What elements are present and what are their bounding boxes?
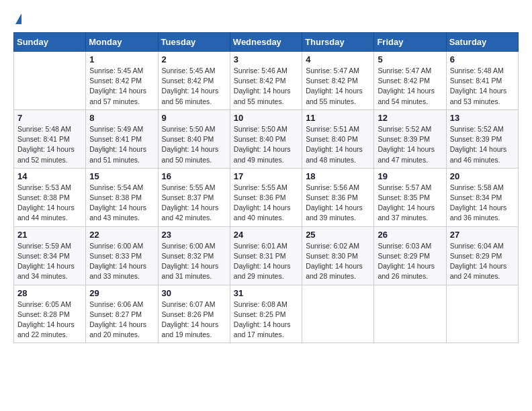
- day-number: 6: [450, 54, 515, 64]
- day-number: 11: [306, 113, 370, 123]
- day-detail: Sunrise: 5:50 AMSunset: 8:40 PMDaylight:…: [162, 124, 226, 165]
- day-detail: Sunrise: 6:05 AMSunset: 8:28 PMDaylight:…: [17, 300, 82, 340]
- calendar-cell: [446, 285, 518, 343]
- day-detail: Sunrise: 6:07 AMSunset: 8:26 PMDaylight:…: [162, 300, 226, 340]
- day-number: 9: [162, 113, 226, 123]
- day-number: 27: [450, 230, 515, 240]
- day-detail: Sunrise: 5:56 AMSunset: 8:36 PMDaylight:…: [306, 183, 370, 224]
- calendar-cell: 19Sunrise: 5:57 AMSunset: 8:35 PMDayligh…: [374, 168, 446, 226]
- calendar-cell: 24Sunrise: 6:01 AMSunset: 8:31 PMDayligh…: [230, 226, 302, 285]
- logo: [13, 13, 21, 26]
- day-detail: Sunrise: 6:01 AMSunset: 8:31 PMDaylight:…: [234, 241, 298, 282]
- calendar-cell: 6Sunrise: 5:48 AMSunset: 8:41 PMDaylight…: [446, 52, 518, 110]
- calendar-cell: 12Sunrise: 5:52 AMSunset: 8:39 PMDayligh…: [374, 109, 446, 168]
- day-detail: Sunrise: 5:54 AMSunset: 8:38 PMDaylight:…: [89, 183, 154, 224]
- day-number: 16: [162, 171, 226, 181]
- weekday-header-friday: Friday: [374, 33, 446, 52]
- day-detail: Sunrise: 5:50 AMSunset: 8:40 PMDaylight:…: [234, 124, 298, 165]
- day-number: 31: [234, 288, 298, 298]
- day-detail: Sunrise: 5:51 AMSunset: 8:40 PMDaylight:…: [306, 124, 370, 165]
- day-detail: Sunrise: 6:02 AMSunset: 8:30 PMDaylight:…: [306, 241, 370, 282]
- weekday-header-wednesday: Wednesday: [230, 33, 302, 52]
- day-detail: Sunrise: 6:08 AMSunset: 8:25 PMDaylight:…: [234, 300, 298, 340]
- day-number: 12: [378, 113, 442, 123]
- day-detail: Sunrise: 6:06 AMSunset: 8:27 PMDaylight:…: [89, 300, 154, 340]
- day-detail: Sunrise: 6:00 AMSunset: 8:32 PMDaylight:…: [162, 241, 226, 282]
- calendar-cell: 1Sunrise: 5:45 AMSunset: 8:42 PMDaylight…: [86, 52, 158, 110]
- calendar-cell: 4Sunrise: 5:47 AMSunset: 8:42 PMDaylight…: [302, 52, 374, 110]
- calendar-header-row: SundayMondayTuesdayWednesdayThursdayFrid…: [14, 33, 519, 52]
- calendar-cell: 25Sunrise: 6:02 AMSunset: 8:30 PMDayligh…: [302, 226, 374, 285]
- weekday-header-saturday: Saturday: [446, 33, 518, 52]
- day-number: 13: [450, 113, 515, 123]
- weekday-header-sunday: Sunday: [14, 33, 86, 52]
- calendar-cell: 17Sunrise: 5:55 AMSunset: 8:36 PMDayligh…: [230, 168, 302, 226]
- calendar-cell: 3Sunrise: 5:46 AMSunset: 8:42 PMDaylight…: [230, 52, 302, 110]
- calendar-cell: [14, 52, 86, 110]
- day-number: 8: [89, 113, 154, 123]
- calendar-cell: 29Sunrise: 6:06 AMSunset: 8:27 PMDayligh…: [86, 285, 158, 343]
- header: [13, 13, 519, 26]
- day-number: 26: [378, 230, 442, 240]
- day-number: 25: [306, 230, 370, 240]
- day-number: 23: [162, 230, 226, 240]
- day-number: 19: [378, 171, 442, 181]
- calendar-cell: 7Sunrise: 5:48 AMSunset: 8:41 PMDaylight…: [14, 109, 86, 168]
- day-number: 4: [306, 54, 370, 64]
- calendar-cell: 18Sunrise: 5:56 AMSunset: 8:36 PMDayligh…: [302, 168, 374, 226]
- day-number: 29: [89, 288, 154, 298]
- day-detail: Sunrise: 5:55 AMSunset: 8:37 PMDaylight:…: [162, 183, 226, 224]
- day-detail: Sunrise: 5:52 AMSunset: 8:39 PMDaylight:…: [378, 124, 442, 165]
- calendar-cell: 28Sunrise: 6:05 AMSunset: 8:28 PMDayligh…: [14, 285, 86, 343]
- day-detail: Sunrise: 6:00 AMSunset: 8:33 PMDaylight:…: [89, 241, 154, 282]
- day-number: 24: [234, 230, 298, 240]
- day-number: 28: [17, 288, 82, 298]
- day-number: 30: [162, 288, 226, 298]
- calendar-table: SundayMondayTuesdayWednesdayThursdayFrid…: [13, 32, 519, 343]
- day-detail: Sunrise: 5:46 AMSunset: 8:42 PMDaylight:…: [234, 66, 298, 107]
- calendar-cell: 2Sunrise: 5:45 AMSunset: 8:42 PMDaylight…: [158, 52, 230, 110]
- calendar-cell: 16Sunrise: 5:55 AMSunset: 8:37 PMDayligh…: [158, 168, 230, 226]
- day-number: 17: [234, 171, 298, 181]
- calendar-week-row: 21Sunrise: 5:59 AMSunset: 8:34 PMDayligh…: [14, 226, 519, 285]
- calendar-cell: 22Sunrise: 6:00 AMSunset: 8:33 PMDayligh…: [86, 226, 158, 285]
- day-number: 10: [234, 113, 298, 123]
- day-number: 15: [89, 171, 154, 181]
- calendar-cell: 20Sunrise: 5:58 AMSunset: 8:34 PMDayligh…: [446, 168, 518, 226]
- calendar-cell: 13Sunrise: 5:52 AMSunset: 8:39 PMDayligh…: [446, 109, 518, 168]
- day-number: 2: [162, 54, 226, 64]
- day-detail: Sunrise: 5:47 AMSunset: 8:42 PMDaylight:…: [378, 66, 442, 107]
- calendar-cell: 27Sunrise: 6:04 AMSunset: 8:29 PMDayligh…: [446, 226, 518, 285]
- day-number: 20: [450, 171, 515, 181]
- calendar-week-row: 7Sunrise: 5:48 AMSunset: 8:41 PMDaylight…: [14, 109, 519, 168]
- day-detail: Sunrise: 5:52 AMSunset: 8:39 PMDaylight:…: [450, 124, 515, 165]
- calendar-cell: 5Sunrise: 5:47 AMSunset: 8:42 PMDaylight…: [374, 52, 446, 110]
- weekday-header-tuesday: Tuesday: [158, 33, 230, 52]
- calendar-cell: 23Sunrise: 6:00 AMSunset: 8:32 PMDayligh…: [158, 226, 230, 285]
- calendar-cell: 9Sunrise: 5:50 AMSunset: 8:40 PMDaylight…: [158, 109, 230, 168]
- day-detail: Sunrise: 5:53 AMSunset: 8:38 PMDaylight:…: [17, 183, 82, 224]
- day-detail: Sunrise: 5:47 AMSunset: 8:42 PMDaylight:…: [306, 66, 370, 107]
- calendar-cell: 21Sunrise: 5:59 AMSunset: 8:34 PMDayligh…: [14, 226, 86, 285]
- calendar-cell: 14Sunrise: 5:53 AMSunset: 8:38 PMDayligh…: [14, 168, 86, 226]
- calendar-cell: 30Sunrise: 6:07 AMSunset: 8:26 PMDayligh…: [158, 285, 230, 343]
- day-detail: Sunrise: 5:48 AMSunset: 8:41 PMDaylight:…: [450, 66, 515, 107]
- day-detail: Sunrise: 5:48 AMSunset: 8:41 PMDaylight:…: [17, 124, 82, 165]
- calendar-cell: 15Sunrise: 5:54 AMSunset: 8:38 PMDayligh…: [86, 168, 158, 226]
- calendar-cell: 31Sunrise: 6:08 AMSunset: 8:25 PMDayligh…: [230, 285, 302, 343]
- day-number: 3: [234, 54, 298, 64]
- weekday-header-monday: Monday: [86, 33, 158, 52]
- day-number: 21: [17, 230, 82, 240]
- day-detail: Sunrise: 5:49 AMSunset: 8:41 PMDaylight:…: [89, 124, 154, 165]
- day-number: 5: [378, 54, 442, 64]
- calendar-cell: 10Sunrise: 5:50 AMSunset: 8:40 PMDayligh…: [230, 109, 302, 168]
- calendar-week-row: 28Sunrise: 6:05 AMSunset: 8:28 PMDayligh…: [14, 285, 519, 343]
- day-detail: Sunrise: 5:45 AMSunset: 8:42 PMDaylight:…: [89, 66, 154, 107]
- day-number: 18: [306, 171, 370, 181]
- day-detail: Sunrise: 6:04 AMSunset: 8:29 PMDaylight:…: [450, 241, 515, 282]
- calendar-week-row: 14Sunrise: 5:53 AMSunset: 8:38 PMDayligh…: [14, 168, 519, 226]
- calendar-cell: 11Sunrise: 5:51 AMSunset: 8:40 PMDayligh…: [302, 109, 374, 168]
- day-detail: Sunrise: 5:58 AMSunset: 8:34 PMDaylight:…: [450, 183, 515, 224]
- day-number: 7: [17, 113, 82, 123]
- calendar-cell: 26Sunrise: 6:03 AMSunset: 8:29 PMDayligh…: [374, 226, 446, 285]
